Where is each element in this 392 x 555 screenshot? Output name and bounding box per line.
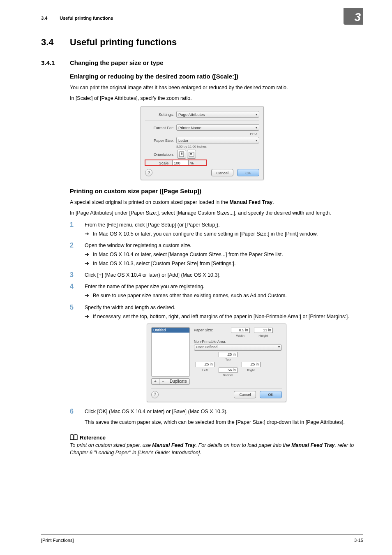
step-2-sub-1: ➔In Mac OS X 10.4 or later, select [Mana… (85, 251, 363, 258)
size-list[interactable]: Untitled (151, 327, 190, 377)
h2-1-title: Changing the paper size or type (70, 59, 164, 66)
left-input[interactable]: .25 in (196, 362, 214, 367)
right-label: Right (247, 368, 255, 372)
sub-text: If necessary, set the top, bottom, right… (93, 313, 363, 320)
svg-rect-1 (181, 153, 182, 155)
settings-value: Page Attributes (178, 112, 205, 117)
scale-p1: You can print the original image after i… (70, 84, 363, 91)
cancel-button[interactable]: Cancel (234, 391, 256, 398)
custom-p1-c: . (272, 199, 274, 205)
custom-p1-a: A special sized original is printed on c… (70, 199, 229, 205)
h1: 3.4Useful printing functions (41, 37, 363, 48)
ref-b: Manual Feed Tray (152, 442, 195, 448)
custom-size-dialog: Untitled + − Duplicate Paper Size: 8.5 i… (147, 324, 286, 402)
height-input[interactable]: 11 in (254, 328, 273, 333)
scale-input[interactable]: 100 (172, 160, 189, 166)
cancel-button[interactable]: Cancel (211, 169, 233, 176)
scale-heading: Enlarging or reducing by the desired zoo… (70, 73, 363, 80)
chevron-down-icon: ▾ (278, 345, 280, 350)
paper-size-combo[interactable]: Letter▾ (176, 137, 259, 143)
orientation-portrait-button[interactable] (177, 150, 186, 159)
page: 3.4 Useful printing functions 3 3.4Usefu… (0, 0, 392, 555)
step-text: Enter the name of the paper size you are… (85, 283, 363, 290)
header-rule (41, 24, 343, 24)
step-3: 3 Click [+] (Mac OS X 10.4 or later) or … (70, 271, 363, 279)
npa-combo-value: User Defined (196, 345, 218, 350)
ok-button[interactable]: OK (260, 391, 282, 398)
footer-left: [Print Functions] (41, 538, 74, 543)
step-text: Open the window for registering a custom… (85, 242, 363, 249)
portrait-icon (179, 151, 184, 157)
step-1-sub-1: ➔In Mac OS X 10.5 or later, you can conf… (85, 230, 363, 238)
chapter-tab: 3 (344, 8, 363, 25)
ok-button[interactable]: OK (237, 169, 259, 176)
remove-button[interactable]: − (159, 378, 167, 385)
step-2-sub-2: ➔In Mac OS X 10.3, select [Custom Paper … (85, 260, 363, 267)
settings-combo[interactable]: Page Attributes▾ (176, 111, 259, 118)
paper-size-sub: 8.50 by 11.00 inches (176, 145, 259, 148)
format-for-value: Printer Name (178, 125, 201, 130)
arrow-icon: ➔ (85, 292, 93, 299)
header-section-number: 3.4 (41, 16, 47, 21)
reference-title: Reference (80, 435, 106, 441)
left-label: Left (202, 368, 208, 372)
settings-label: Settings: (145, 112, 174, 117)
sub-text: In Mac OS X 10.4 or later, select [Manag… (93, 251, 363, 258)
step-text: Specify the width and length as desired. (85, 304, 363, 311)
steps: 1 From the [File] menu, click [Page Setu… (70, 221, 363, 429)
bottom-label: Bottom (223, 373, 233, 377)
footer-rule (41, 534, 363, 534)
top-input[interactable]: .25 in (219, 352, 238, 357)
landscape-icon (189, 152, 194, 157)
step-4: 4 Enter the name of the paper size you a… (70, 283, 363, 290)
list-item[interactable]: Untitled (152, 328, 189, 333)
right-input[interactable]: .25 in (242, 362, 261, 367)
arrow-icon: ➔ (85, 230, 93, 238)
reference-body: To print on custom sized paper, use Manu… (70, 442, 363, 456)
step-number: 5 (70, 304, 85, 311)
sub-text: Be sure to use paper size names other th… (93, 292, 363, 299)
step-number: 4 (70, 283, 85, 290)
chevron-down-icon: ▾ (256, 139, 257, 142)
custom-p1-b: Manual Feed Tray (229, 199, 272, 205)
custom-heading: Printing on custom size paper ([Page Set… (70, 187, 363, 194)
content: 3.4Useful printing functions 3.4.1Changi… (41, 37, 363, 456)
h2-1: 3.4.1Changing the paper size or type (41, 59, 363, 66)
custom-p2: In [Page Attributes] under [Paper Size:]… (70, 209, 363, 217)
bottom-input[interactable]: .56 in (219, 368, 238, 373)
reference-heading: Reference (70, 434, 363, 441)
ref-c: . For details on how to load paper into … (196, 442, 291, 448)
step-number: 1 (70, 221, 85, 229)
sub-text: In Mac OS X 10.3, select [Custom Paper S… (93, 260, 363, 267)
scale-p2: In [Scale:] of [Page Attributes], specif… (70, 95, 363, 102)
format-for-combo[interactable]: Printer Name▾ (176, 124, 259, 131)
step-6: 6 Click [OK] (Mac OS X 10.4 or later) or… (70, 408, 363, 428)
list-toolbar: + − Duplicate (151, 378, 190, 385)
npa-combo[interactable]: User Defined▾ (194, 345, 282, 351)
scale-label: Scale: (145, 161, 170, 165)
add-button[interactable]: + (151, 378, 159, 385)
orientation-landscape-button[interactable] (187, 150, 196, 159)
step-5-sub-1: ➔If necessary, set the top, bottom, righ… (85, 313, 363, 320)
duplicate-button[interactable]: Duplicate (167, 378, 190, 385)
step-text: From the [File] menu, click [Page Setup]… (85, 221, 363, 229)
step-2: 2 Open the window for registering a cust… (70, 242, 363, 249)
right-pane: Paper Size: 8.5 in 11 in Width Height (194, 327, 282, 385)
footer-right: 3-15 (354, 538, 363, 543)
width-input[interactable]: 8.5 in (231, 328, 250, 333)
orientation-label: Orientation: (145, 152, 174, 157)
step-6-text: Click [OK] (Mac OS X 10.4 or later) or [… (85, 409, 228, 414)
help-button[interactable]: ? (151, 391, 159, 398)
format-for-label: Format For: (145, 125, 174, 130)
format-for-sub: PPD (176, 132, 259, 136)
npa-label: Non-Printable Area: (194, 340, 226, 344)
custom-p1: A special sized original is printed on c… (70, 199, 363, 206)
running-header: 3.4 Useful printing functions (41, 16, 363, 21)
header-section-title: Useful printing functions (60, 16, 113, 21)
chevron-down-icon: ▾ (256, 113, 257, 116)
help-button[interactable]: ? (145, 169, 152, 176)
paper-size-label: Paper Size: (194, 328, 231, 332)
page-attributes-dialog: Settings: Page Attributes▾ Format For: P… (141, 106, 264, 180)
step-number: 3 (70, 271, 85, 279)
step-text: Click [+] (Mac OS X 10.4 or later) or [A… (85, 271, 363, 279)
